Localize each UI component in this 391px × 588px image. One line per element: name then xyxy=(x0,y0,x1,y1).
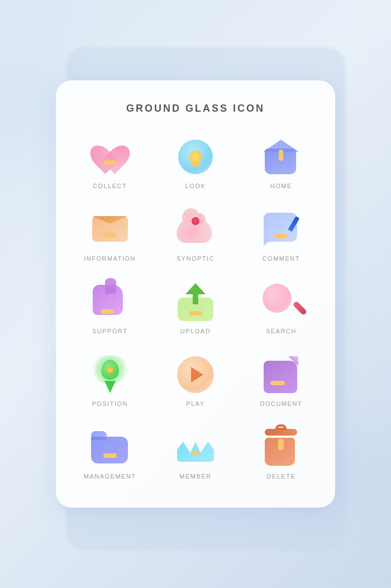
icon-wrap-play xyxy=(175,355,216,395)
collect-label: COLLECT xyxy=(93,183,127,189)
play-icon xyxy=(177,356,214,393)
upload-pill xyxy=(189,311,202,315)
upload-icon xyxy=(178,283,213,321)
home-label: HOME xyxy=(270,183,292,189)
icon-wrap-support xyxy=(90,282,130,322)
icon-wrap-information xyxy=(90,209,130,250)
icon-item-upload: UPLOAD xyxy=(158,282,232,334)
icon-wrap-delete xyxy=(261,427,301,467)
document-pill xyxy=(270,381,285,385)
icon-item-support: SUPPORT xyxy=(73,282,147,334)
icon-wrap-look xyxy=(175,137,216,177)
icon-grid: COLLECT LOOK HOME xyxy=(73,137,318,480)
icon-item-information: INFORMATION xyxy=(73,209,147,262)
icon-item-document: DOCUMENT xyxy=(244,355,318,407)
comment-pill xyxy=(274,234,288,238)
icon-item-comment: COMMENT xyxy=(244,209,318,262)
upload-label: UPLOAD xyxy=(180,328,211,334)
play-label: PLAY xyxy=(186,400,204,407)
search-label: SEARCH xyxy=(266,328,297,334)
icon-item-search: SEARCH xyxy=(244,282,318,334)
upload-stem xyxy=(193,293,198,304)
member-icon xyxy=(177,431,214,464)
icon-item-collect: COLLECT xyxy=(73,137,147,189)
icon-wrap-search xyxy=(261,282,301,322)
management-body xyxy=(91,437,128,463)
icon-item-management: MANAGEMENT xyxy=(73,427,147,480)
look-pill xyxy=(190,162,201,166)
look-label: LOOK xyxy=(185,183,206,189)
position-icon xyxy=(92,355,128,394)
support-icon xyxy=(93,285,127,319)
comment-label: COMMENT xyxy=(263,255,300,262)
icon-wrap-document xyxy=(261,355,301,395)
management-icon xyxy=(91,431,129,463)
document-body xyxy=(264,361,297,393)
information-label: INFORMATION xyxy=(84,255,136,262)
management-label: MANAGEMENT xyxy=(84,473,136,480)
synoptic-label: SYNOPTIC xyxy=(177,255,214,262)
icon-wrap-upload xyxy=(175,282,216,322)
look-inner xyxy=(189,151,202,163)
icon-wrap-home xyxy=(261,137,301,177)
position-label: POSITION xyxy=(92,400,128,407)
member-label: MEMBER xyxy=(179,473,211,480)
collect-pill xyxy=(104,160,116,165)
document-label: DOCUMENT xyxy=(260,400,303,407)
comment-icon xyxy=(264,213,298,246)
delete-lid xyxy=(265,429,297,436)
support-pill xyxy=(101,309,114,314)
icon-item-home: HOME xyxy=(244,137,318,189)
search-handle xyxy=(293,300,308,315)
position-pin-tail xyxy=(104,381,116,393)
search-circle xyxy=(263,284,292,313)
information-icon xyxy=(92,216,128,243)
icon-wrap-management xyxy=(90,427,130,467)
icon-item-position: POSITION xyxy=(73,355,147,407)
icon-item-play: PLAY xyxy=(158,355,232,407)
synoptic-icon xyxy=(177,213,214,246)
main-card: GROUND GLASS ICON COLLECT LOOK xyxy=(56,80,335,508)
icon-item-synoptic: SYNOPTIC xyxy=(158,209,232,262)
synoptic-dot xyxy=(192,217,199,225)
icon-item-look: LOOK xyxy=(158,137,232,189)
delete-pill xyxy=(278,439,284,450)
info-pill xyxy=(103,233,117,237)
page-title: GROUND GLASS ICON xyxy=(73,103,318,114)
play-triangle xyxy=(191,367,203,383)
collect-icon xyxy=(93,141,127,173)
upload-arrow xyxy=(185,283,206,294)
delete-icon xyxy=(265,429,297,466)
icon-item-delete: DELETE xyxy=(244,427,318,480)
icon-wrap-synoptic xyxy=(175,209,216,250)
position-dot xyxy=(107,366,113,373)
delete-label: DELETE xyxy=(266,473,295,480)
icon-item-member: MEMBER xyxy=(158,427,232,480)
document-icon xyxy=(264,356,298,393)
support-label: SUPPORT xyxy=(92,328,127,334)
icon-wrap-comment xyxy=(261,209,301,250)
search-icon xyxy=(263,284,299,321)
icon-wrap-position xyxy=(90,355,130,395)
member-jewel xyxy=(192,451,199,455)
home-pill xyxy=(279,150,283,161)
icon-wrap-member xyxy=(175,427,216,467)
icon-wrap-collect xyxy=(90,137,130,177)
home-icon xyxy=(265,140,297,174)
comment-tail xyxy=(264,240,270,246)
look-icon xyxy=(178,140,213,174)
management-pill xyxy=(103,453,117,458)
